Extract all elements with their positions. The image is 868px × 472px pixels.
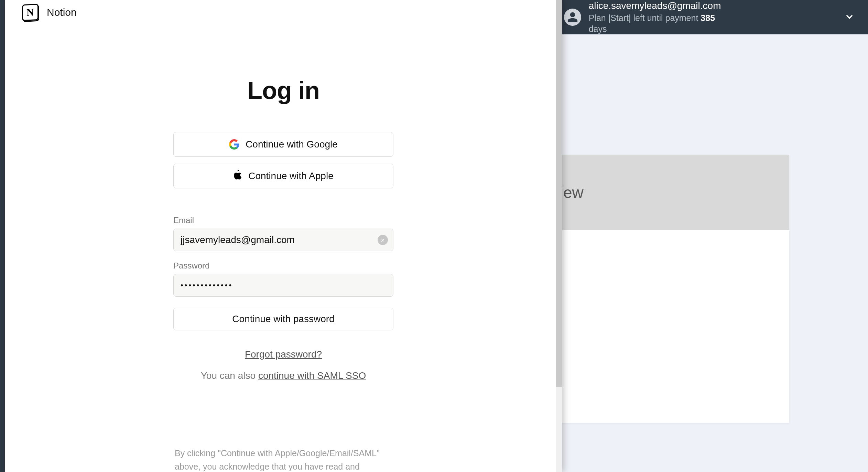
account-email: alice.savemyleads@gmail.com (589, 0, 735, 12)
saml-sso-link[interactable]: continue with SAML SSO (258, 370, 366, 381)
apple-icon (233, 170, 242, 183)
account-plan: Plan |Start| left until payment 385 days (589, 12, 735, 35)
scrollbar-track[interactable] (556, 0, 562, 472)
email-label: Email (173, 216, 393, 225)
scrollbar-thumb[interactable] (556, 0, 562, 387)
account-block[interactable]: alice.savemyleads@gmail.com Plan |Start|… (564, 0, 735, 35)
continue-password-button[interactable]: Continue with password (173, 308, 393, 330)
login-form: Log in Continue with Google Continue wit (173, 76, 393, 472)
legal-text: By clicking "Continue with Apple/Google/… (173, 447, 393, 472)
notion-login-modal: N Notion Log in Continue with Google (5, 0, 562, 472)
left-dark-strip (0, 34, 5, 472)
saml-line: You can also continue with SAML SSO (173, 370, 393, 381)
notion-header: N Notion (5, 0, 562, 25)
google-button-label: Continue with Google (246, 139, 338, 150)
notion-brand-label: Notion (47, 7, 77, 18)
continue-apple-button[interactable]: Continue with Apple (173, 164, 393, 188)
continue-google-button[interactable]: Continue with Google (173, 132, 393, 157)
account-text: alice.savemyleads@gmail.com Plan |Start|… (589, 0, 735, 35)
forgot-password-link[interactable]: Forgot password? (173, 349, 393, 360)
apple-button-label: Continue with Apple (248, 171, 334, 182)
password-input[interactable] (173, 274, 393, 297)
divider (173, 203, 393, 203)
password-label: Password (173, 261, 393, 271)
google-icon (229, 139, 239, 150)
user-icon (567, 11, 578, 23)
clear-email-icon[interactable] (378, 235, 388, 245)
avatar (564, 9, 581, 26)
account-chevron-down-icon[interactable] (845, 12, 854, 23)
email-input-wrap (173, 229, 393, 251)
login-title: Log in (173, 76, 393, 105)
email-input[interactable] (173, 229, 393, 251)
notion-logo-icon: N (22, 4, 39, 21)
password-input-wrap (173, 274, 393, 297)
